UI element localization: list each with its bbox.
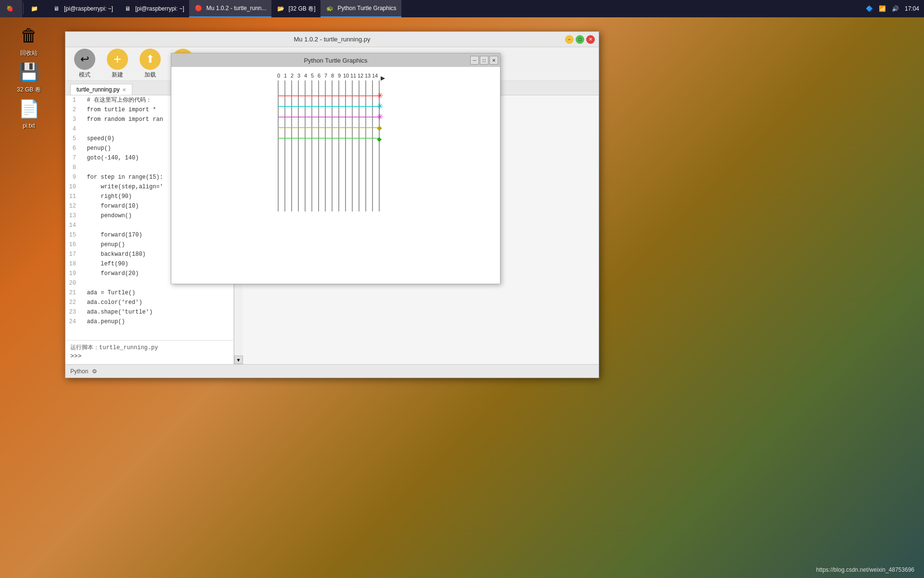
line-number: 19 <box>65 269 80 278</box>
line-code: ada.shape('turtle') <box>80 308 153 316</box>
code-line: 21 ada = Turtle() <box>65 288 233 298</box>
scroll-down-arrow[interactable]: ▼ <box>234 355 243 364</box>
taskbar-files[interactable]: 📁 <box>25 0 47 17</box>
code-line: 24 ada.penup() <box>65 317 233 327</box>
line-code: penup() <box>80 144 111 153</box>
taskbar-mu[interactable]: 🔴 Mu 1.0.2 - turtle_runn... <box>189 0 271 17</box>
grid-num-13: 13 <box>365 73 371 79</box>
turtle-titlebar: Python Turtle Graphics ─ □ ✕ <box>171 53 500 67</box>
mu-settings-icon: ⚙ <box>92 368 97 375</box>
line-code: backward(180) <box>80 250 146 259</box>
tab-label: turtle_running.py <box>77 86 119 93</box>
taskbar-turtle[interactable]: 🐢 Python Turtle Graphics <box>321 0 401 17</box>
line-number: 7 <box>65 154 80 162</box>
grid-num-3: 3 <box>297 73 300 79</box>
turtle-minimize-button[interactable]: ─ <box>470 56 479 65</box>
grid-num-9: 9 <box>338 73 341 79</box>
line-number: 22 <box>65 298 80 307</box>
line-code: forward(20) <box>80 269 139 278</box>
tab-turtle-running[interactable]: turtle_running.py ✕ <box>70 84 132 95</box>
mu-maximize-button[interactable]: □ <box>576 35 584 44</box>
desktop-icon-pifile[interactable]: 📄 pi.txt <box>10 94 48 132</box>
turtle-canvas: 0 1 2 3 4 5 6 7 8 9 10 11 12 13 14 ▶ <box>171 67 500 284</box>
grid-num-7: 7 <box>324 73 327 79</box>
line-number: 17 <box>65 250 80 259</box>
taskbar-right: 🔷 📶 🔊 17:04 <box>866 5 924 12</box>
new-icon: + <box>107 49 128 70</box>
load-icon: ⬆ <box>140 49 161 70</box>
code-line: 22 ada.color('red') <box>65 298 233 307</box>
mu-icon: 🔴 <box>194 3 204 13</box>
line-code: ada = Turtle() <box>80 289 135 297</box>
desktop-icon-recycle[interactable]: 🗑 回收站 <box>10 21 48 60</box>
mu-close-button[interactable]: ✕ <box>586 35 595 44</box>
grid-num-12: 12 <box>358 73 363 79</box>
taskbar-terminal1[interactable]: 🖥 [pi@raspberrypi: ~] <box>47 0 118 17</box>
turtle-close-button[interactable]: ✕ <box>489 56 498 65</box>
taskbar-raspberry[interactable]: 🍓 <box>0 0 22 17</box>
line-code: from random import ran <box>80 115 163 124</box>
turtle-graphics-window: Python Turtle Graphics ─ □ ✕ 0 1 2 3 4 5… <box>171 53 500 284</box>
turtle-maximize-button[interactable]: □ <box>480 56 488 65</box>
grid-num-0: 0 <box>277 73 280 79</box>
toolbar-mode-button[interactable]: ↩ 模式 <box>70 47 99 81</box>
mode-icon: ↩ <box>74 49 95 70</box>
line-number: 23 <box>65 308 80 316</box>
line-number: 14 <box>65 221 80 230</box>
taskbar-terminal2[interactable]: 🖥 [pi@raspberrypi: ~] <box>118 0 189 17</box>
turtle-svg: 0 1 2 3 4 5 6 7 8 9 10 11 12 13 14 ▶ <box>171 67 500 284</box>
line-code: goto(-140, 140) <box>80 154 139 162</box>
load-label: 加载 <box>144 71 156 79</box>
pifile-label: pi.txt <box>23 122 35 129</box>
turtle-taskbar-icon: 🐢 <box>325 3 335 13</box>
files-icon: 📁 <box>29 4 39 13</box>
mu-minimize-button[interactable]: － <box>565 35 574 44</box>
taskbar-drive[interactable]: 📂 [32 GB 卷] <box>271 0 321 17</box>
line-number: 4 <box>65 125 80 133</box>
grid-num-1: 1 <box>284 73 287 79</box>
raspberry-icon: 🍓 <box>5 4 14 13</box>
toolbar-load-button[interactable]: ⬆ 加载 <box>136 47 165 81</box>
mu-statusbar: Python ⚙ <box>65 364 599 378</box>
line-code: ada.color('red') <box>80 298 142 307</box>
tab-close-button[interactable]: ✕ <box>122 87 126 92</box>
line-number: 11 <box>65 192 80 201</box>
line-code: right(90) <box>80 192 132 201</box>
repl-area[interactable]: 运行脚本：turtle_running.py >>> <box>65 340 233 364</box>
line-number: 15 <box>65 231 80 239</box>
repl-status: 运行脚本：turtle_running.py <box>70 343 229 352</box>
red-marker: ✳ <box>377 92 383 100</box>
line-code: forward(10) <box>80 202 139 210</box>
line-number: 8 <box>65 163 80 172</box>
toolbar-new-button[interactable]: + 新建 <box>103 47 132 81</box>
line-code: write(step,align=' <box>80 183 163 191</box>
grid-arrow: ▶ <box>381 75 385 81</box>
line-number: 10 <box>65 183 80 191</box>
mu-win-controls: － □ ✕ <box>565 35 595 44</box>
line-number: 2 <box>65 105 80 114</box>
cyan-marker: ✳ <box>377 102 383 110</box>
turtle-win-controls: ─ □ ✕ <box>470 56 498 65</box>
line-number: 9 <box>65 173 80 182</box>
taskbar: 🍓 📁 🖥 [pi@raspberrypi: ~] 🖥 [pi@raspberr… <box>0 0 924 17</box>
grid-num-5: 5 <box>311 73 314 79</box>
taskbar-sep-1 <box>23 3 24 14</box>
drive-icon: 📂 <box>276 4 286 13</box>
line-code: pendown() <box>80 211 132 220</box>
mu-lang: Python <box>70 368 88 375</box>
grid-num-10: 10 <box>343 73 349 79</box>
turtle-title: Python Turtle Graphics <box>304 57 367 64</box>
line-number: 13 <box>65 211 80 220</box>
yellow-marker: ◆ <box>377 124 382 131</box>
taskbar-mu-label: Mu 1.0.2 - turtle_runn... <box>206 5 267 12</box>
taskbar-bluetooth: 🔷 <box>866 5 873 12</box>
code-line: 23 ada.shape('turtle') <box>65 307 233 317</box>
grid-num-6: 6 <box>318 73 321 79</box>
drive-desk-icon: 💾 <box>17 61 40 84</box>
grid-num-2: 2 <box>291 73 294 79</box>
desktop-icon-drive[interactable]: 💾 32 GB 卷 <box>10 58 48 97</box>
mu-titlebar: Mu 1.0.2 - turtle_running.py － □ ✕ <box>65 32 599 47</box>
repl-prompt: >>> <box>70 353 81 360</box>
taskbar-terminal1-label: [pi@raspberrypi: ~] <box>64 5 113 12</box>
bottom-link: https://blog.csdn.net/weixin_48753696 <box>816 566 914 573</box>
